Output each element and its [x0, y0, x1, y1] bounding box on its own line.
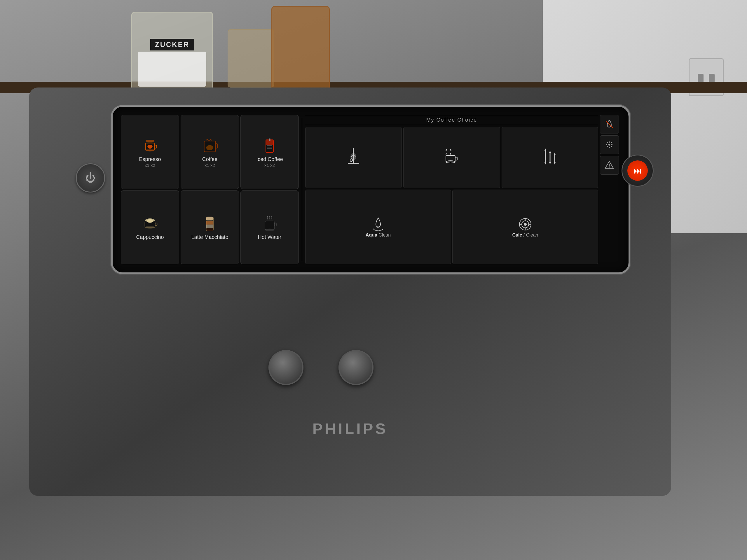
iced-coffee-sub: x1 x2 [264, 163, 275, 168]
svg-marker-39 [549, 151, 551, 153]
play-icon: ⏭ [634, 166, 642, 176]
side-controls [600, 115, 620, 264]
cappuccino-button[interactable]: Cappuccino [121, 190, 179, 265]
svg-point-52 [609, 144, 610, 145]
svg-point-53 [607, 142, 608, 143]
no-milk-button[interactable] [600, 115, 619, 134]
iced-coffee-icon [259, 136, 280, 156]
iced-coffee-label: Iced Coffee [256, 156, 283, 163]
my-coffee-section: My Coffee Choice [305, 115, 598, 264]
bean-grind-icon [345, 147, 362, 168]
warning-icon [604, 160, 615, 170]
coffee-sub: x1 x2 [205, 163, 215, 168]
svg-rect-25 [265, 221, 274, 230]
jars-area: ZUCKER [102, 6, 365, 99]
coffee-machine: ⏻ Espresso x1 x2 [29, 87, 671, 496]
svg-rect-14 [269, 138, 270, 141]
svg-rect-18 [155, 223, 157, 226]
aqua-clean-button[interactable]: Aqua Clean [305, 190, 451, 264]
aqua-clean-icon [370, 216, 386, 233]
outlet-hole-left [698, 74, 703, 83]
height-adjust-icon [542, 147, 558, 168]
svg-point-59 [606, 144, 607, 145]
outlet-hole-right [709, 74, 715, 83]
svg-rect-21 [206, 217, 213, 220]
espresso-button[interactable]: Espresso x1 x2 [121, 115, 179, 189]
espresso-icon [140, 136, 160, 156]
svg-point-56 [611, 146, 612, 147]
height-adjust-button[interactable] [501, 127, 598, 188]
svg-point-60 [611, 144, 613, 145]
sugar-label: ZUCKER [150, 39, 194, 50]
svg-point-58 [609, 147, 610, 148]
svg-rect-7 [215, 144, 217, 149]
my-coffee-title: My Coffee Choice [426, 117, 478, 123]
coffee-label: Coffee [202, 156, 218, 163]
svg-marker-42 [549, 162, 551, 164]
cappuccino-icon [140, 214, 160, 234]
coffee-icon [200, 136, 220, 156]
calc-clean-icon [517, 216, 534, 233]
svg-point-19 [147, 219, 154, 223]
svg-rect-22 [206, 221, 213, 224]
svg-rect-34 [455, 157, 457, 160]
svg-point-5 [147, 145, 153, 149]
display-panel: Espresso x1 x2 Coffee x1 x2 [111, 105, 630, 274]
brand-logo: PHILIPS [312, 420, 388, 437]
latte-macchiato-button[interactable]: Latte Macchiato [181, 190, 239, 265]
calc-clean-button[interactable]: Calc / Clean [452, 190, 598, 264]
section-divider [302, 118, 302, 261]
play-inner: ⏭ [627, 160, 648, 181]
my-coffee-header: My Coffee Choice [305, 115, 598, 125]
my-coffee-top-grid [305, 127, 598, 188]
cup-steam-icon [443, 147, 460, 168]
svg-point-26 [265, 229, 274, 231]
svg-marker-43 [554, 162, 556, 164]
hot-water-button[interactable]: Hot Water [240, 190, 299, 265]
power-button[interactable]: ⏻ [76, 163, 105, 192]
coffee-button[interactable]: Coffee x1 x2 [181, 115, 239, 189]
svg-rect-23 [206, 224, 213, 228]
no-milk-icon [604, 119, 615, 130]
svg-rect-4 [155, 145, 157, 149]
svg-point-3 [145, 149, 155, 152]
svg-marker-41 [544, 162, 546, 164]
svg-point-54 [611, 142, 612, 143]
power-icon: ⏻ [85, 172, 96, 184]
calc-clean-label: Calc / Clean [512, 233, 538, 238]
svg-point-17 [145, 226, 155, 229]
sprinkle-button[interactable] [600, 135, 619, 154]
svg-point-8 [206, 145, 213, 151]
aqua-clean-label: Aqua Clean [366, 233, 391, 238]
latte-icon [200, 214, 220, 234]
svg-point-55 [607, 146, 608, 147]
svg-point-63 [609, 167, 610, 168]
espresso-label: Espresso [139, 156, 161, 163]
hot-water-icon [259, 214, 280, 234]
sugar-content [138, 52, 206, 87]
svg-marker-40 [554, 153, 556, 155]
coffee-jar [272, 6, 330, 99]
cup-steam-button[interactable] [403, 127, 500, 188]
small-jar [228, 29, 274, 87]
sprinkle-icon [604, 140, 615, 150]
latte-macchiato-label: Latte Macchiato [191, 234, 228, 241]
svg-rect-27 [274, 223, 276, 226]
svg-point-57 [609, 141, 610, 143]
svg-point-46 [524, 223, 527, 226]
cappuccino-label: Cappuccino [136, 234, 164, 241]
svg-marker-38 [544, 149, 546, 151]
right-knob[interactable] [338, 350, 374, 385]
coffee-menu-grid: Espresso x1 x2 Coffee x1 x2 [121, 115, 299, 264]
sugar-jar: ZUCKER [131, 12, 213, 93]
screen-inner: Espresso x1 x2 Coffee x1 x2 [119, 113, 623, 267]
play-skip-button[interactable]: ⏭ [621, 155, 654, 187]
warning-button[interactable] [600, 156, 619, 175]
left-knob[interactable] [268, 350, 304, 385]
maintenance-grid: Aqua Clean [305, 190, 598, 264]
svg-rect-24 [206, 228, 213, 231]
iced-coffee-button[interactable]: Iced Coffee x1 x2 [240, 115, 299, 189]
espresso-sub: x1 x2 [145, 163, 155, 168]
hot-water-label: Hot Water [258, 234, 281, 241]
bean-grind-button[interactable] [305, 127, 402, 188]
